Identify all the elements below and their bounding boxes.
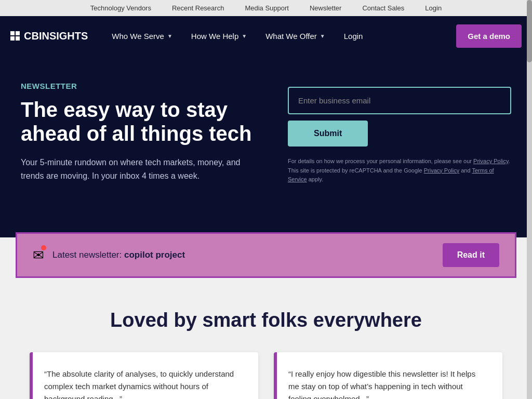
- login-top-link[interactable]: Login: [425, 4, 442, 12]
- top-bar: Technology Vendors Recent Research Media…: [0, 0, 532, 16]
- hero-right: Submit For details on how we process you…: [288, 82, 511, 184]
- newsletter-top-link[interactable]: Newsletter: [310, 4, 341, 12]
- recent-research-link[interactable]: Recent Research: [172, 4, 224, 12]
- nav-how-we-help[interactable]: How We Help ▼: [183, 26, 255, 46]
- logo-icon: [10, 31, 20, 41]
- hero-tag: Newsletter: [21, 82, 257, 90]
- get-demo-button[interactable]: Get a demo: [456, 24, 522, 48]
- hero-description: Your 5-minute rundown on where tech mark…: [21, 156, 257, 182]
- technology-vendors-link[interactable]: Technology Vendors: [90, 4, 151, 12]
- testimonial-accent-2: [274, 352, 277, 399]
- submit-button[interactable]: Submit: [288, 121, 368, 147]
- newsletter-highlight: copilot project: [124, 250, 185, 260]
- loved-section: Loved by smart folks everywhere “The abs…: [0, 283, 532, 399]
- chevron-down-icon: ▼: [242, 33, 247, 39]
- chevron-down-icon: ▼: [320, 33, 325, 39]
- nav-items: Who We Serve ▼ How We Help ▼ What We Off…: [103, 26, 456, 46]
- google-privacy-link[interactable]: Privacy Policy: [424, 167, 459, 174]
- testimonial-text-2: “I really enjoy how digestible this news…: [288, 368, 488, 399]
- nav-what-we-offer[interactable]: What We Offer ▼: [257, 26, 334, 46]
- email-input[interactable]: [288, 87, 511, 114]
- read-it-button[interactable]: Read it: [443, 243, 499, 267]
- nav-what-we-offer-label: What We Offer: [265, 32, 317, 41]
- chevron-down-icon: ▼: [167, 33, 172, 39]
- hero-section: Newsletter The easy way to stay ahead of…: [0, 56, 532, 237]
- testimonial-card-2: “I really enjoy how digestible this news…: [274, 352, 502, 399]
- hero-left: Newsletter The easy way to stay ahead of…: [21, 82, 257, 182]
- newsletter-banner: ✉ Latest newsletter: copilot project Rea…: [16, 232, 516, 278]
- privacy-text: For details on how we process your perso…: [288, 157, 511, 184]
- testimonial-card-1: “The absolute clarity of analyses, to qu…: [30, 352, 258, 399]
- nav-login-link[interactable]: Login: [336, 26, 371, 46]
- logo-text: CBINSIGHTS: [24, 30, 88, 42]
- media-support-link[interactable]: Media Support: [245, 4, 289, 12]
- newsletter-text: Latest newsletter: copilot project: [52, 250, 434, 260]
- logo[interactable]: CBINSIGHTS: [10, 30, 88, 42]
- testimonial-accent: [30, 352, 33, 399]
- notification-dot: [41, 245, 46, 250]
- envelope-wrapper: ✉: [33, 247, 44, 263]
- newsletter-prefix: Latest newsletter:: [52, 250, 124, 260]
- testimonial-text-1: “The absolute clarity of analyses, to qu…: [44, 368, 244, 399]
- scrollbar[interactable]: [527, 0, 532, 399]
- nav-who-we-serve-label: Who We Serve: [112, 32, 164, 41]
- nav-who-we-serve[interactable]: Who We Serve ▼: [103, 26, 181, 46]
- scrollbar-thumb[interactable]: [527, 0, 532, 62]
- main-nav: CBINSIGHTS Who We Serve ▼ How We Help ▼ …: [0, 16, 532, 56]
- loved-title: Loved by smart folks everywhere: [21, 309, 511, 331]
- hero-title: The easy way to stay ahead of all things…: [21, 98, 257, 145]
- nav-how-we-help-label: How We Help: [191, 32, 238, 41]
- contact-sales-link[interactable]: Contact Sales: [362, 4, 404, 12]
- privacy-policy-link[interactable]: Privacy Policy: [473, 158, 509, 164]
- testimonials: “The absolute clarity of analyses, to qu…: [21, 352, 511, 399]
